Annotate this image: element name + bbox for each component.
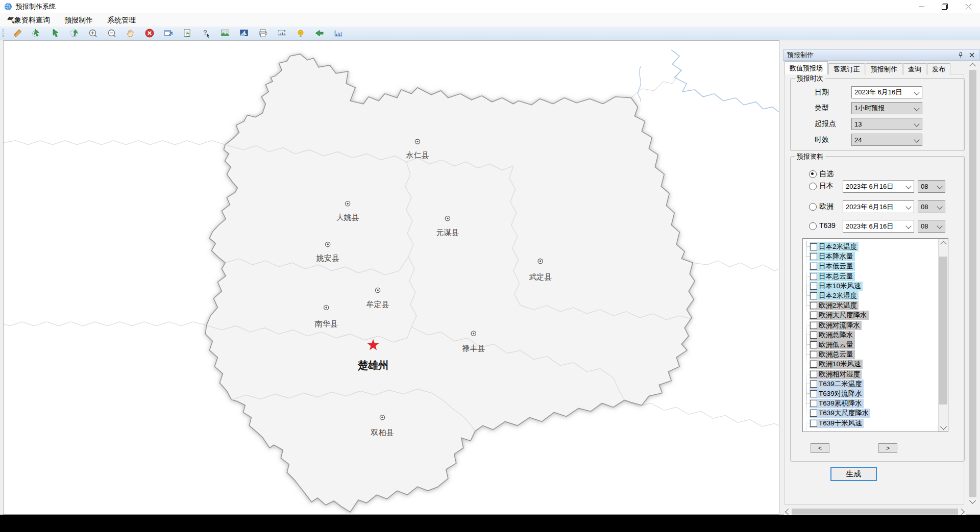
list-scroll-thumb[interactable] xyxy=(939,257,947,404)
element-checkbox[interactable] xyxy=(810,302,817,309)
map-area[interactable]: 永仁县大姚县元谋县姚安县武定县牟定县南华县禄丰县双柏县楚雄州 xyxy=(3,40,779,515)
source-date-combo-3[interactable]: 2023年 6月16日 xyxy=(843,220,914,233)
element-item-1[interactable]: 日本降水量 xyxy=(803,251,855,261)
element-item-2[interactable]: 日本低云量 xyxy=(803,261,855,271)
element-checkbox[interactable] xyxy=(810,341,817,348)
element-checkbox[interactable] xyxy=(810,253,817,260)
panel-vertical-scrollbar[interactable] xyxy=(968,61,977,505)
prev-button[interactable]: < xyxy=(811,443,829,453)
panel-scroll-right-icon[interactable] xyxy=(959,508,966,515)
stop-icon[interactable] xyxy=(144,28,155,38)
measure-icon[interactable] xyxy=(277,28,287,38)
element-item-5[interactable]: 日本2米湿度 xyxy=(803,291,859,300)
field-combo-1[interactable]: 1小时预报 xyxy=(851,102,922,114)
element-checkbox[interactable] xyxy=(810,243,817,250)
element-item-18[interactable]: T639十米风速 xyxy=(803,418,864,428)
source-date-combo-1[interactable]: 2023年 6月16日 xyxy=(843,180,914,193)
tab-2[interactable]: 预报制作 xyxy=(866,63,902,74)
element-checkbox[interactable] xyxy=(810,381,817,388)
element-checkbox[interactable] xyxy=(810,263,817,270)
element-item-16[interactable]: T639累积降水 xyxy=(803,398,864,408)
image-icon[interactable] xyxy=(220,28,230,38)
element-checkbox[interactable] xyxy=(810,400,817,407)
zoom-out-icon[interactable] xyxy=(107,28,117,38)
doc-refresh-icon[interactable] xyxy=(182,28,192,38)
window-export-icon[interactable] xyxy=(163,28,174,38)
element-checkbox[interactable] xyxy=(810,332,817,339)
rotate-circle-icon[interactable] xyxy=(69,28,79,38)
tab-0[interactable]: 数值预报场 xyxy=(785,61,828,74)
element-item-14[interactable]: T639二米温度 xyxy=(803,379,864,389)
field-combo-0[interactable]: 2023年 6月16日 xyxy=(851,86,922,98)
next-button[interactable]: > xyxy=(878,443,897,453)
tab-1[interactable]: 客观订正 xyxy=(828,63,865,74)
bulb-icon[interactable] xyxy=(296,28,306,38)
element-item-12[interactable]: 欧洲10米风速 xyxy=(803,359,863,369)
menu-item-0[interactable]: 气象资料查询 xyxy=(0,14,57,26)
element-item-8[interactable]: 欧洲对流降水 xyxy=(803,320,862,330)
source-radio-3[interactable] xyxy=(809,222,817,230)
menu-item-2[interactable]: 系统管理 xyxy=(100,14,143,26)
source-date-combo-2[interactable]: 2023年 6月16日 xyxy=(843,200,914,213)
element-checkbox[interactable] xyxy=(810,361,817,368)
source-radio-1[interactable] xyxy=(809,183,817,190)
panel-scroll-down-icon[interactable] xyxy=(968,497,977,505)
panel-horizontal-scrollbar[interactable] xyxy=(784,508,966,515)
scroll-down-icon[interactable] xyxy=(939,423,948,432)
element-item-3[interactable]: 日本总云量 xyxy=(803,271,855,281)
pan-hand-icon[interactable] xyxy=(126,28,136,38)
zoom-in-icon[interactable] xyxy=(88,28,98,38)
element-checkbox[interactable] xyxy=(810,351,817,358)
element-checkbox[interactable] xyxy=(810,292,817,299)
source-hour-combo-2[interactable]: 08 xyxy=(918,200,945,213)
element-item-0[interactable]: 日本2米温度 xyxy=(803,242,859,251)
element-item-10[interactable]: 欧洲低云量 xyxy=(803,340,855,349)
panel-scroll-up-icon[interactable] xyxy=(968,61,977,69)
panel-close-icon[interactable] xyxy=(968,51,976,59)
scroll-up-icon[interactable] xyxy=(939,239,948,247)
element-checkbox[interactable] xyxy=(810,283,817,290)
source-hour-combo-1[interactable]: 08 xyxy=(918,180,945,193)
element-checkbox[interactable] xyxy=(810,371,817,378)
element-item-6[interactable]: 欧洲2米温度 xyxy=(803,300,859,310)
help-pointer-icon[interactable]: ? xyxy=(201,28,211,38)
element-item-9[interactable]: 欧洲总降水 xyxy=(803,330,855,340)
element-item-15[interactable]: T639对流降水 xyxy=(803,389,864,398)
minimize-button[interactable] xyxy=(910,0,933,13)
field-combo-3[interactable]: 24 xyxy=(851,134,922,146)
list-scrollbar[interactable] xyxy=(938,239,948,432)
printer-icon[interactable] xyxy=(258,28,268,38)
element-checkbox[interactable] xyxy=(810,410,817,417)
source-radio-2[interactable] xyxy=(809,203,817,211)
field-combo-2[interactable]: 13 xyxy=(851,118,922,130)
panel-scroll-left-icon[interactable] xyxy=(784,508,791,515)
tab-3[interactable]: 查询 xyxy=(903,63,926,74)
panel-splitter[interactable] xyxy=(779,40,783,515)
element-checkbox[interactable] xyxy=(810,312,817,319)
element-checkbox[interactable] xyxy=(810,273,817,280)
element-item-11[interactable]: 欧洲总云量 xyxy=(803,349,855,359)
element-item-7[interactable]: 欧洲大尺度降水 xyxy=(803,310,869,320)
back-arrow-icon[interactable] xyxy=(314,28,325,38)
pin-icon[interactable] xyxy=(957,51,965,59)
source-hour-combo-3[interactable]: 08 xyxy=(918,220,945,233)
element-item-17[interactable]: T639大尺度降水 xyxy=(803,408,870,418)
tab-4[interactable]: 发布 xyxy=(927,63,950,74)
panel-scroll-thumb[interactable] xyxy=(969,70,976,497)
menu-item-1[interactable]: 预报制作 xyxy=(57,14,100,26)
element-checkbox[interactable] xyxy=(810,322,817,329)
element-item-4[interactable]: 日本10米风速 xyxy=(803,281,863,291)
element-item-13[interactable]: 欧洲相对湿度 xyxy=(803,369,862,379)
pointer-icon[interactable] xyxy=(50,28,60,38)
close-button[interactable] xyxy=(957,0,980,13)
element-checkbox[interactable] xyxy=(810,420,817,427)
source-radio-0[interactable] xyxy=(809,170,817,178)
panel-hscroll-thumb[interactable] xyxy=(792,509,958,515)
generate-button[interactable]: 生成 xyxy=(830,467,877,481)
image-night-icon[interactable] xyxy=(239,28,249,38)
restore-button[interactable] xyxy=(933,0,957,13)
ruler-icon[interactable] xyxy=(12,28,22,38)
axis-ticks-icon[interactable] xyxy=(333,28,344,38)
element-checkbox[interactable] xyxy=(810,390,817,397)
select-circle-icon[interactable] xyxy=(31,28,41,38)
